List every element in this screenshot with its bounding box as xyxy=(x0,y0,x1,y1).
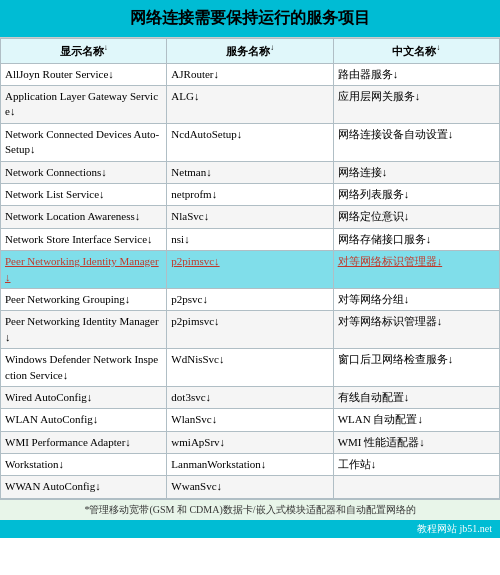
cell-service: Netman↓ xyxy=(167,161,333,183)
cell-chinese: 网络连接↓ xyxy=(333,161,499,183)
table-row: Network List Service↓netprofm↓网络列表服务↓ xyxy=(1,184,500,206)
col2-sup: ↓ xyxy=(270,43,274,52)
bottom-label: 教程网站 jb51.net xyxy=(417,522,492,536)
cell-display: Peer Networking Identity Manager↓ xyxy=(1,251,167,289)
cell-display: Network Store Interface Service↓ xyxy=(1,228,167,250)
cell-chinese: 窗口后卫网络检查服务↓ xyxy=(333,349,499,387)
cell-service: p2pimsvc↓ xyxy=(167,311,333,349)
cell-service: WlanSvc↓ xyxy=(167,409,333,431)
cell-service: dot3svc↓ xyxy=(167,386,333,408)
cell-chinese: 网络存储接口服务↓ xyxy=(333,228,499,250)
cell-chinese: WLAN 自动配置↓ xyxy=(333,409,499,431)
page-title: 网络连接需要保持运行的服务项目 xyxy=(0,0,500,38)
cell-chinese: 网络列表服务↓ xyxy=(333,184,499,206)
page-wrapper: 网络连接需要保持运行的服务项目 显示名称↓ 服务名称↓ 中文名称↓ AllJoy… xyxy=(0,0,500,538)
cell-display: Network Location Awareness↓ xyxy=(1,206,167,228)
col3-sup: ↓ xyxy=(436,43,440,52)
cell-chinese: 网络连接设备自动设置↓ xyxy=(333,123,499,161)
table-row: WLAN AutoConfig↓WlanSvc↓WLAN 自动配置↓ xyxy=(1,409,500,431)
cell-service: WdNisSvc↓ xyxy=(167,349,333,387)
table-row: WMI Performance Adapter↓wmiApSrv↓WMI 性能适… xyxy=(1,431,500,453)
table-header-row: 显示名称↓ 服务名称↓ 中文名称↓ xyxy=(1,39,500,64)
cell-display: WWAN AutoConfig↓ xyxy=(1,476,167,498)
table-row: Network Location Awareness↓NlaSvc↓网络定位意识… xyxy=(1,206,500,228)
table-row: Peer Networking Identity Manager↓p2pimsv… xyxy=(1,251,500,289)
table-row: Network Store Interface Service↓nsi↓网络存储… xyxy=(1,228,500,250)
table-row: WWAN AutoConfig↓WwanSvc↓ xyxy=(1,476,500,498)
table-body: AllJoyn Router Service↓AJRouter↓路由器服务↓Ap… xyxy=(1,63,500,498)
cell-display: Network Connected Devices Auto-Setup↓ xyxy=(1,123,167,161)
table-row: Wired AutoConfig↓dot3svc↓有线自动配置↓ xyxy=(1,386,500,408)
cell-chinese: 对等网络标识管理器↓ xyxy=(333,311,499,349)
cell-display: Peer Networking Grouping↓ xyxy=(1,288,167,310)
cell-display: WLAN AutoConfig↓ xyxy=(1,409,167,431)
cell-chinese: 有线自动配置↓ xyxy=(333,386,499,408)
cell-service: p2psvc↓ xyxy=(167,288,333,310)
table-row: Windows Defender Network Inspection Serv… xyxy=(1,349,500,387)
col-header-display: 显示名称↓ xyxy=(1,39,167,64)
cell-service: ALG↓ xyxy=(167,86,333,124)
cell-display: Application Layer Gateway Service↓ xyxy=(1,86,167,124)
cell-service: NlaSvc↓ xyxy=(167,206,333,228)
cell-service: NcdAutoSetup↓ xyxy=(167,123,333,161)
cell-service: nsi↓ xyxy=(167,228,333,250)
table-row: Network Connected Devices Auto-Setup↓Ncd… xyxy=(1,123,500,161)
cell-service: AJRouter↓ xyxy=(167,63,333,85)
table-row: Application Layer Gateway Service↓ALG↓应用… xyxy=(1,86,500,124)
cell-chinese: 路由器服务↓ xyxy=(333,63,499,85)
cell-chinese: 工作站↓ xyxy=(333,454,499,476)
footer-note: *管理移动宽带(GSM 和 CDMA)数据卡/嵌入式模块适配器和自动配置网络的 xyxy=(0,499,500,520)
cell-service: WwanSvc↓ xyxy=(167,476,333,498)
cell-chinese: 对等网络分组↓ xyxy=(333,288,499,310)
services-table: 显示名称↓ 服务名称↓ 中文名称↓ AllJoyn Router Service… xyxy=(0,38,500,499)
cell-service: wmiApSrv↓ xyxy=(167,431,333,453)
table-row: AllJoyn Router Service↓AJRouter↓路由器服务↓ xyxy=(1,63,500,85)
col-header-service: 服务名称↓ xyxy=(167,39,333,64)
cell-chinese: 网络定位意识↓ xyxy=(333,206,499,228)
cell-service: p2pimsvc↓ xyxy=(167,251,333,289)
table-row: Network Connections↓Netman↓网络连接↓ xyxy=(1,161,500,183)
cell-chinese xyxy=(333,476,499,498)
cell-display: Windows Defender Network Inspection Serv… xyxy=(1,349,167,387)
cell-display: Network Connections↓ xyxy=(1,161,167,183)
cell-service: LanmanWorkstation↓ xyxy=(167,454,333,476)
cell-display: Wired AutoConfig↓ xyxy=(1,386,167,408)
bottom-bar: 教程网站 jb51.net xyxy=(0,520,500,538)
cell-display: AllJoyn Router Service↓ xyxy=(1,63,167,85)
cell-display: Network List Service↓ xyxy=(1,184,167,206)
cell-chinese: 对等网络标识管理器↓ xyxy=(333,251,499,289)
table-row: Workstation↓LanmanWorkstation↓工作站↓ xyxy=(1,454,500,476)
cell-service: netprofm↓ xyxy=(167,184,333,206)
cell-chinese: 应用层网关服务↓ xyxy=(333,86,499,124)
cell-chinese: WMI 性能适配器↓ xyxy=(333,431,499,453)
col-header-chinese: 中文名称↓ xyxy=(333,39,499,64)
table-row: Peer Networking Identity Manager↓p2pimsv… xyxy=(1,311,500,349)
cell-display: Peer Networking Identity Manager↓ xyxy=(1,311,167,349)
cell-display: WMI Performance Adapter↓ xyxy=(1,431,167,453)
col1-sup: ↓ xyxy=(104,43,108,52)
cell-display: Workstation↓ xyxy=(1,454,167,476)
table-row: Peer Networking Grouping↓p2psvc↓对等网络分组↓ xyxy=(1,288,500,310)
